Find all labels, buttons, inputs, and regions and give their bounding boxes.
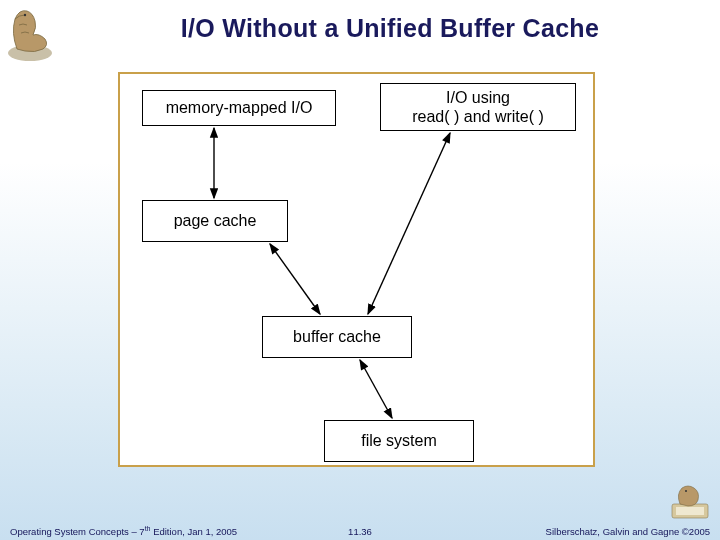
svg-rect-7 [676,507,704,515]
dinosaur-logo-small-icon [670,484,712,520]
diagram-container: memory-mapped I/O I/O usingread( ) and w… [118,72,595,467]
svg-point-1 [24,14,26,16]
box-file-system: file system [324,420,474,462]
diagram-arrows [120,74,597,469]
box-memory-mapped-io: memory-mapped I/O [142,90,336,126]
footer-left-prefix: Operating System Concepts – 7 [10,526,145,537]
box-buffer-cache: buffer cache [262,316,412,358]
footer-center: 11.36 [348,526,372,537]
box-io-read-write: I/O usingread( ) and write( ) [380,83,576,131]
dinosaur-logo-icon [5,5,55,63]
footer-right: Silberschatz, Galvin and Gagne ©2005 [546,526,710,537]
svg-line-4 [368,133,450,314]
svg-line-3 [270,244,320,314]
footer: Operating System Concepts – 7th Edition,… [0,525,720,537]
footer-left-suffix: Edition, Jan 1, 2005 [151,526,238,537]
footer-left: Operating System Concepts – 7th Edition,… [10,525,237,537]
page-title: I/O Without a Unified Buffer Cache [80,14,700,43]
box-page-cache: page cache [142,200,288,242]
svg-line-5 [360,360,392,418]
svg-point-8 [685,490,687,492]
